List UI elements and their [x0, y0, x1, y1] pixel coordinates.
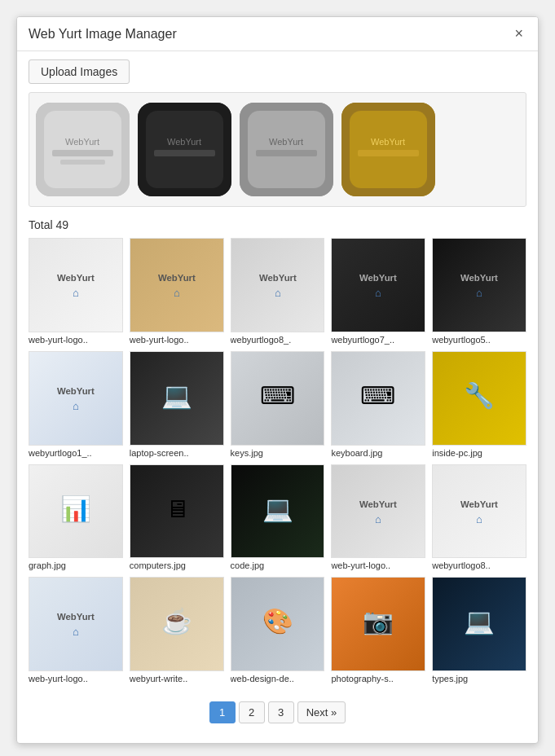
- grid-item[interactable]: WebYurt⌂web-yurt-logo..: [29, 577, 123, 683]
- svg-text:⌂: ⌂: [476, 287, 482, 299]
- svg-rect-29: [433, 239, 526, 332]
- grid-item[interactable]: WebYurt⌂webyurtlogo1_..: [29, 351, 123, 458]
- grid-item-label: webyurtlogo7_..: [331, 335, 425, 345]
- svg-text:WebYurt: WebYurt: [269, 137, 303, 147]
- grid-item-thumb: 💻: [130, 351, 224, 446]
- grid-item[interactable]: 🎨web-design-de..: [231, 577, 325, 683]
- grid-item-label: webyurtlogo5..: [432, 335, 526, 345]
- svg-text:💻: 💻: [262, 494, 293, 524]
- svg-text:⌂: ⌂: [73, 287, 79, 299]
- dialog-title: Web Yurt Image Manager: [29, 27, 177, 42]
- image-manager-dialog: Web Yurt Image Manager × Upload Images W…: [16, 16, 539, 744]
- grid-item-label: webyurt-write..: [130, 674, 224, 683]
- preview-thumb-1[interactable]: WebYurt: [36, 103, 130, 196]
- grid-item[interactable]: 🖥computers.jpg: [130, 464, 224, 571]
- svg-text:☕: ☕: [161, 607, 192, 637]
- grid-item[interactable]: WebYurt⌂webyurtlogo5..: [432, 238, 526, 345]
- grid-item-label: web-yurt-logo..: [29, 674, 123, 683]
- grid-item-thumb: WebYurt⌂: [231, 238, 325, 332]
- svg-text:WebYurt: WebYurt: [359, 273, 397, 283]
- grid-item[interactable]: 💻types.jpg: [432, 577, 526, 683]
- svg-text:WebYurt: WebYurt: [359, 499, 397, 509]
- grid-item-thumb: WebYurt⌂: [432, 238, 526, 332]
- svg-rect-12: [256, 150, 317, 156]
- grid-item-label: web-design-de..: [231, 674, 325, 683]
- grid-item[interactable]: ⌨keys.jpg: [231, 351, 325, 458]
- svg-rect-10: [248, 111, 325, 188]
- svg-rect-1: [44, 111, 121, 188]
- grid-item-thumb: ☕: [130, 577, 224, 671]
- grid-item[interactable]: 💻laptop-screen..: [130, 351, 224, 458]
- grid-item-thumb: WebYurt⌂: [130, 238, 224, 332]
- svg-rect-20: [130, 239, 223, 332]
- svg-text:🖥: 🖥: [165, 495, 189, 522]
- grid-item-label: web-yurt-logo..: [29, 335, 123, 345]
- dialog-body: Upload Images WebYurt WebYurt: [17, 51, 538, 743]
- svg-text:⌨: ⌨: [260, 382, 295, 409]
- grid-item-thumb: 🖥: [130, 464, 224, 559]
- upload-images-button[interactable]: Upload Images: [29, 59, 130, 84]
- grid-item-label: webyurtlogo8_.: [231, 335, 325, 345]
- preview-thumb-3[interactable]: WebYurt: [240, 103, 333, 196]
- grid-item-label: computers.jpg: [130, 560, 224, 570]
- svg-text:⌂: ⌂: [274, 287, 280, 299]
- grid-item-thumb: ⌨: [231, 351, 325, 446]
- grid-item-label: webyurtlogo1_..: [29, 448, 123, 458]
- svg-text:📷: 📷: [363, 607, 394, 637]
- dialog-header: Web Yurt Image Manager ×: [17, 17, 538, 51]
- grid-item[interactable]: WebYurt⌂web-yurt-logo..: [130, 238, 224, 345]
- svg-rect-16: [358, 150, 419, 156]
- svg-rect-8: [154, 150, 215, 156]
- preview-strip: WebYurt WebYurt WebYurt: [29, 92, 526, 207]
- svg-rect-32: [29, 352, 122, 445]
- page-button[interactable]: 2: [239, 701, 265, 723]
- svg-text:WebYurt: WebYurt: [158, 273, 196, 283]
- grid-item-label: web-yurt-logo..: [331, 560, 425, 570]
- close-button[interactable]: ×: [511, 25, 526, 42]
- grid-item-label: webyurtlogo8..: [432, 560, 526, 570]
- grid-item[interactable]: 📊graph.jpg: [29, 464, 123, 571]
- grid-item[interactable]: WebYurt⌂web-yurt-logo..: [331, 464, 425, 571]
- svg-text:⌂: ⌂: [375, 287, 381, 299]
- page-button[interactable]: 1: [209, 701, 236, 723]
- grid-item[interactable]: WebYurt⌂webyurtlogo8_.: [231, 238, 325, 345]
- svg-text:WebYurt: WebYurt: [57, 386, 95, 396]
- svg-text:WebYurt: WebYurt: [259, 273, 297, 283]
- grid-item-label: photography-s..: [331, 674, 425, 683]
- grid-item[interactable]: 💻code.jpg: [231, 464, 325, 571]
- grid-item[interactable]: WebYurt⌂web-yurt-logo..: [29, 238, 123, 345]
- grid-item-label: graph.jpg: [29, 560, 123, 570]
- preview-thumb-4[interactable]: WebYurt: [341, 103, 435, 196]
- svg-text:🎨: 🎨: [262, 607, 293, 637]
- svg-text:📊: 📊: [60, 494, 91, 524]
- grid-item[interactable]: WebYurt⌂webyurtlogo7_..: [331, 238, 425, 345]
- page-button[interactable]: 3: [268, 701, 294, 723]
- grid-item-thumb: 💻: [231, 464, 325, 559]
- svg-rect-26: [332, 239, 425, 332]
- grid-item[interactable]: WebYurt⌂webyurtlogo8..: [432, 464, 526, 571]
- grid-item-label: keyboard.jpg: [331, 448, 425, 458]
- grid-item-label: web-yurt-logo..: [130, 335, 224, 345]
- svg-rect-4: [60, 160, 105, 165]
- pagination: 123Next »: [29, 695, 526, 735]
- next-page-button[interactable]: Next »: [297, 701, 346, 723]
- svg-text:WebYurt: WebYurt: [65, 137, 99, 147]
- svg-text:WebYurt: WebYurt: [371, 137, 405, 147]
- svg-rect-17: [29, 239, 122, 332]
- svg-text:⌂: ⌂: [375, 513, 381, 525]
- grid-item-thumb: WebYurt⌂: [29, 351, 123, 446]
- grid-item[interactable]: ☕webyurt-write..: [130, 577, 224, 683]
- svg-text:⌂: ⌂: [73, 626, 79, 639]
- grid-item-thumb: WebYurt⌂: [29, 577, 123, 671]
- grid-item-thumb: 💻: [432, 577, 526, 671]
- grid-item-label: types.jpg: [432, 674, 526, 683]
- preview-thumb-2[interactable]: WebYurt: [138, 103, 231, 196]
- grid-item-thumb: WebYurt⌂: [331, 464, 425, 559]
- svg-rect-55: [29, 578, 122, 670]
- svg-text:WebYurt: WebYurt: [57, 613, 95, 622]
- svg-text:💻: 💻: [161, 380, 192, 411]
- grid-item[interactable]: ⌨keyboard.jpg: [331, 351, 425, 458]
- grid-item[interactable]: 📷photography-s..: [331, 577, 425, 683]
- grid-item[interactable]: 🔧inside-pc.jpg: [432, 351, 526, 458]
- grid-item-thumb: ⌨: [331, 351, 425, 446]
